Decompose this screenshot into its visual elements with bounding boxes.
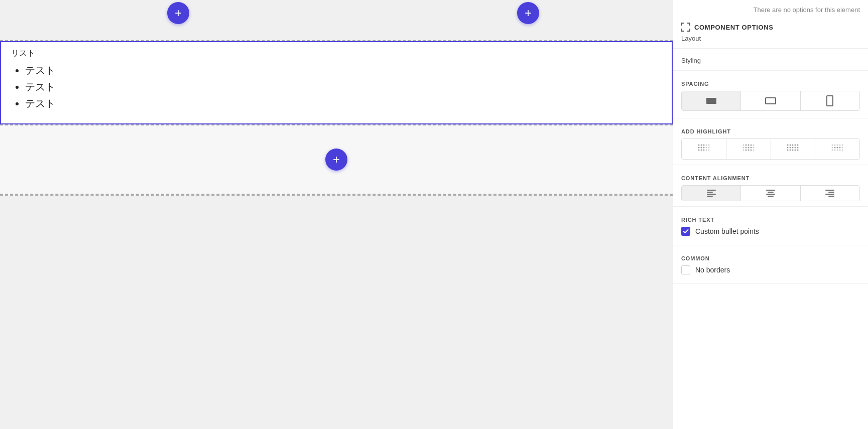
list-item: テスト [25,97,662,110]
svg-rect-2 [827,96,833,106]
component-options-header: COMPONENT OPTIONS [681,23,860,32]
list-item: テスト [25,64,662,77]
no-borders-label: No borders [695,266,730,274]
common-label: COMMON [681,255,860,261]
svg-point-52 [842,145,843,146]
svg-point-29 [745,150,747,151]
svg-point-44 [790,150,791,151]
svg-point-17 [708,150,709,151]
svg-point-3 [698,145,699,146]
no-borders-row: No borders [681,265,860,274]
svg-point-47 [797,150,799,151]
custom-bullet-row: Custom bullet points [681,227,860,236]
svg-point-46 [795,150,796,151]
svg-point-59 [834,150,836,151]
svg-point-61 [839,150,841,151]
svg-point-28 [742,150,744,151]
content-alignment-label: CONTENT ALIGNMENT [681,175,860,181]
spacing-btn-group [681,91,860,111]
add-button-drop-zone[interactable]: + [325,149,347,171]
spacing-normal-btn[interactable] [741,91,800,110]
svg-point-45 [792,150,794,151]
svg-point-4 [700,145,702,146]
no-options-text: There are no options for this element [673,0,868,18]
styling-label: Styling [681,57,860,64]
list-title: リスト [11,48,662,59]
highlight-btn-1[interactable] [682,139,726,159]
spacing-wide-btn[interactable] [801,91,859,110]
svg-point-24 [745,147,747,149]
svg-point-19 [745,145,747,146]
svg-point-23 [742,147,744,149]
svg-point-35 [792,145,794,146]
svg-point-58 [832,150,833,151]
svg-point-56 [839,147,841,149]
svg-point-15 [708,147,709,149]
align-right-btn[interactable] [801,186,859,201]
highlight-btn-3[interactable] [771,139,816,159]
component-options-section: COMPONENT OPTIONS Layout [673,18,868,49]
svg-point-13 [708,145,709,146]
styling-section: Styling [673,49,868,71]
list-item: テスト [25,80,662,94]
highlight-grid [681,138,860,160]
svg-point-49 [834,145,836,146]
align-center-btn[interactable] [741,186,800,201]
svg-point-48 [832,145,833,146]
svg-point-55 [837,147,838,149]
svg-point-37 [797,145,799,146]
svg-point-32 [753,150,754,151]
spacing-compact-btn[interactable] [682,91,741,110]
top-row: + + [0,0,673,40]
svg-rect-0 [706,98,716,104]
list-items: テスト テスト テスト [11,64,662,110]
svg-point-60 [837,150,838,151]
svg-point-43 [787,150,789,151]
rich-text-label: RICH TEXT [681,217,860,223]
canvas-area: + + リスト テスト テスト テスト + [0,0,673,429]
add-highlight-section: ADD HIGHLIGHT [673,118,868,165]
svg-point-30 [748,150,749,151]
svg-point-40 [792,147,794,149]
svg-point-14 [705,147,707,149]
svg-point-62 [842,150,843,151]
svg-point-50 [837,145,838,146]
content-alignment-section: CONTENT ALIGNMENT [673,165,868,207]
layout-label: Layout [681,35,860,42]
svg-point-9 [698,150,699,151]
svg-point-25 [748,147,749,149]
custom-bullet-checkbox[interactable] [681,227,690,236]
svg-point-20 [748,145,749,146]
svg-point-5 [703,145,704,146]
svg-point-42 [797,147,799,149]
svg-point-54 [834,147,836,149]
svg-point-53 [832,147,833,149]
svg-point-18 [742,145,744,146]
component-options-icon [681,23,690,32]
no-borders-checkbox[interactable] [681,265,690,274]
svg-point-10 [700,150,702,151]
highlight-btn-4[interactable] [815,139,859,159]
svg-point-36 [795,145,796,146]
svg-point-34 [790,145,791,146]
svg-point-16 [705,150,707,151]
svg-point-12 [705,145,707,146]
svg-point-33 [787,145,789,146]
dashed-separator-bottom [0,195,673,196]
custom-bullet-label: Custom bullet points [695,227,759,235]
list-block[interactable]: リスト テスト テスト テスト [0,41,673,124]
align-left-btn[interactable] [682,186,741,201]
svg-point-6 [698,147,699,149]
highlight-btn-2[interactable] [726,139,771,159]
alignment-group [681,185,860,201]
drop-zone[interactable]: + [0,124,673,195]
svg-point-8 [703,147,704,149]
spacing-label: SPACING [681,81,860,87]
spacing-section: SPACING [673,71,868,118]
svg-point-11 [703,150,704,151]
add-button-right[interactable]: + [517,2,539,24]
add-button-left[interactable]: + [167,2,189,24]
component-options-title: COMPONENT OPTIONS [694,24,774,31]
svg-point-41 [795,147,796,149]
svg-point-39 [790,147,791,149]
